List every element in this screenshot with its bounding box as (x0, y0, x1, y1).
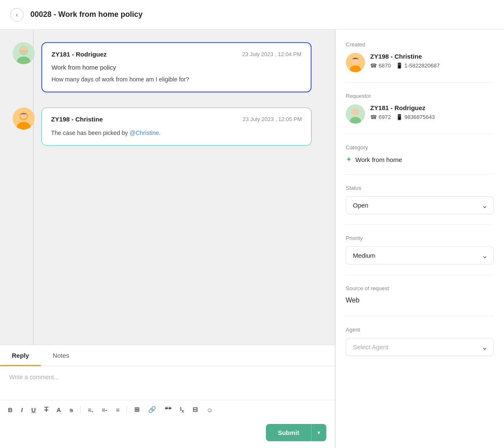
creator-phone: ☎ 6870 (370, 62, 391, 69)
source-value: Web (346, 297, 494, 306)
bold-icon[interactable]: B (7, 405, 14, 415)
agent-dropdown[interactable]: Select Agent ⌄ (346, 338, 494, 356)
requestor-mobile: 📱 9836875643 (396, 114, 435, 120)
highlight-icon[interactable]: s (68, 405, 74, 415)
submit-button[interactable]: Submit (266, 424, 311, 441)
italic-icon[interactable]: I (20, 405, 24, 415)
phone-icon: ☎ (370, 62, 377, 69)
header: ‹ 00028 - Work from home policy (0, 0, 504, 30)
underline-icon[interactable]: U (30, 405, 37, 415)
conversation-area: ZY181 - Rodriguez 23 July 2023 , 12:04 P… (0, 30, 335, 345)
font-color-icon[interactable]: A (55, 405, 62, 415)
status-label: Status (346, 185, 494, 191)
right-panel: Created ZY198 - Christine ☎ 68 (335, 30, 504, 448)
status-select[interactable]: Open Pending Closed (346, 196, 494, 214)
message-header-2: ZY198 - Christine 23 July 2023 , 12:05 P… (51, 116, 302, 123)
star-icon: ✦ (346, 155, 352, 164)
subject-1: Work from home policy (51, 64, 301, 71)
timestamp-2: 23 July 2023 , 12:05 PM (243, 116, 302, 122)
bottom-area: Reply Notes Write a comment... B I U T̶ … (0, 345, 335, 448)
link-icon[interactable]: 🔗 (147, 405, 157, 415)
agent-select[interactable]: Select Agent (346, 338, 494, 356)
toolbar-divider-2 (127, 406, 127, 413)
main-container: ZY181 - Rodriguez 23 July 2023 , 12:04 P… (0, 30, 504, 448)
message-bubble-1: ZY181 - Rodriguez 23 July 2023 , 12:04 P… (41, 42, 312, 92)
left-panel: ZY181 - Rodriguez 23 July 2023 , 12:04 P… (0, 30, 335, 448)
created-label: Created (346, 41, 494, 48)
avatar-rodriguez (13, 42, 35, 64)
category-text: Work from home (355, 156, 402, 163)
creator-info: ZY198 - Christine ☎ 6870 📱 1-5822820687 (370, 53, 440, 69)
page-title: 00028 - Work from home policy (30, 10, 143, 19)
svg-point-12 (352, 108, 359, 115)
tab-bar: Reply Notes (0, 345, 335, 366)
mention-christine: @Christine (130, 130, 159, 136)
creator-avatar (346, 53, 365, 72)
requestor-name: ZY181 - Rodriguez (370, 104, 435, 111)
source-section: Source of request Web (346, 285, 494, 316)
priority-dropdown[interactable]: Low Medium High ⌄ (346, 246, 494, 264)
category-label: Category (346, 144, 494, 151)
agent-label: Agent (346, 327, 494, 333)
mobile-icon-2: 📱 (396, 114, 403, 120)
svg-point-3 (20, 47, 27, 54)
creator-name: ZY198 - Christine (370, 53, 440, 60)
body-1: How many days of work from home am I eli… (51, 75, 301, 84)
comment-input[interactable]: Write a comment... (0, 366, 335, 400)
requestor-info: ZY181 - Rodriguez ☎ 6972 📱 9836875643 (370, 104, 435, 120)
phone-icon-2: ☎ (370, 114, 377, 120)
created-section: Created ZY198 - Christine ☎ 68 (346, 41, 494, 83)
message-row-2: ZY198 - Christine 23 July 2023 , 12:05 P… (13, 108, 326, 146)
priority-select[interactable]: Low Medium High (346, 246, 494, 264)
avatar-christine (13, 108, 35, 130)
back-button[interactable]: ‹ (10, 8, 24, 22)
list-icon[interactable]: ≡- (100, 405, 109, 415)
sender-1: ZY181 - Rodriguez (51, 51, 107, 58)
creator-contacts: ☎ 6870 📱 1-5822820687 (370, 62, 440, 69)
toolbar-row: B I U T̶ A s ≡. ≡- ≡ ⊞ 🔗 ❝❝ Ix ⊟ ☺ (0, 400, 335, 419)
tab-reply[interactable]: Reply (0, 345, 41, 366)
status-dropdown[interactable]: Open Pending Closed ⌄ (346, 196, 494, 214)
requestor-section: Requestor ZY181 - Rodriguez ☎ 6972 (346, 93, 494, 134)
creator-row: ZY198 - Christine ☎ 6870 📱 1-5822820687 (346, 53, 494, 72)
chevron-down-icon: ▾ (317, 429, 320, 436)
image-icon[interactable]: ⊞ (133, 405, 141, 415)
mobile-icon: 📱 (396, 62, 403, 69)
requestor-phone: ☎ 6972 (370, 114, 391, 120)
tab-notes[interactable]: Notes (41, 345, 81, 366)
message-bubble-2: ZY198 - Christine 23 July 2023 , 12:05 P… (41, 108, 312, 146)
creator-mobile: 📱 1-5822820687 (396, 62, 440, 69)
requestor-avatar (346, 104, 365, 124)
category-value: ✦ Work from home (346, 155, 494, 164)
avatar-christine-image (13, 108, 35, 130)
requestor-label: Requestor (346, 93, 494, 99)
category-section: Category ✦ Work from home (346, 144, 494, 175)
emoji-icon[interactable]: ☺ (205, 405, 214, 415)
source-label: Source of request (346, 285, 494, 291)
requestor-avatar-image (346, 104, 365, 124)
requestor-contacts: ☎ 6972 📱 9836875643 (370, 114, 435, 120)
clear-format-icon[interactable]: Ix (179, 405, 185, 415)
priority-label: Priority (346, 235, 494, 241)
submit-row: Submit ▾ (0, 419, 335, 448)
creator-avatar-image (346, 53, 365, 72)
status-section: Status Open Pending Closed ⌄ (346, 185, 494, 225)
sender-2: ZY198 - Christine (51, 116, 103, 123)
strikethrough-icon[interactable]: T̶ (43, 405, 49, 415)
align-icon[interactable]: ≡ (115, 405, 121, 415)
submit-dropdown-button[interactable]: ▾ (311, 424, 326, 441)
table-icon[interactable]: ⊟ (191, 405, 199, 415)
message-row: ZY181 - Rodriguez 23 July 2023 , 12:04 P… (13, 42, 326, 92)
quote-icon[interactable]: ❝❝ (163, 405, 173, 415)
body-2: The case has been picked by @Christine. (51, 129, 302, 138)
message-header-1: ZY181 - Rodriguez 23 July 2023 , 12:04 P… (51, 51, 301, 58)
toolbar-divider-1 (80, 406, 81, 413)
avatar-rodriguez-image (13, 42, 35, 64)
requestor-row: ZY181 - Rodriguez ☎ 6972 📱 9836875643 (346, 104, 494, 124)
agent-section: Agent Select Agent ⌄ (346, 327, 494, 366)
align-left-icon[interactable]: ≡. (87, 405, 95, 415)
priority-section: Priority Low Medium High ⌄ (346, 235, 494, 275)
back-icon: ‹ (16, 11, 18, 18)
timestamp-1: 23 July 2023 , 12:04 PM (242, 51, 301, 57)
